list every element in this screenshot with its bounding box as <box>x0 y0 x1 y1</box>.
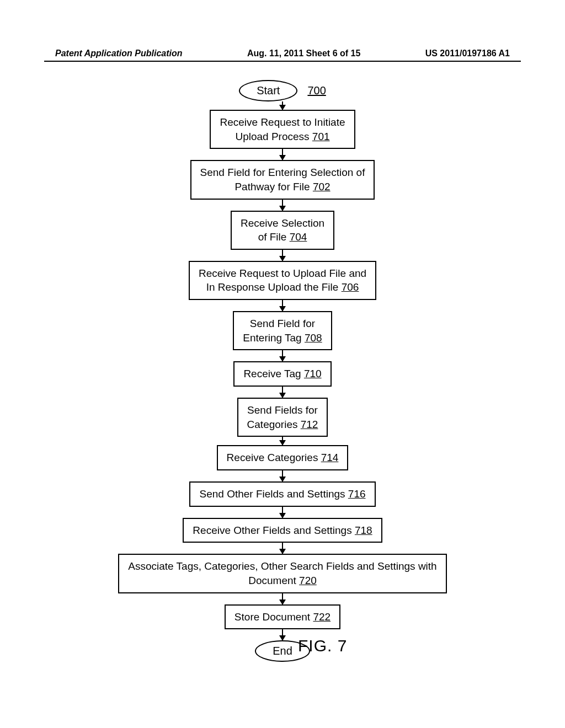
step-ref: 702 <box>313 181 331 192</box>
process-reference: 700 <box>307 84 326 97</box>
step-716: Send Other Fields and Settings 716 <box>189 481 375 507</box>
arrow-icon <box>282 629 283 640</box>
step-ref: 714 <box>321 452 339 463</box>
step-text: Store Document <box>234 611 313 623</box>
step-ref: 720 <box>299 575 317 586</box>
step-ref: 716 <box>348 488 366 500</box>
header-patent-number: US 2011/0197186 A1 <box>425 49 510 58</box>
step-701: Receive Request to InitiateUpload Proces… <box>210 110 355 149</box>
step-718: Receive Other Fields and Settings 718 <box>183 518 382 543</box>
step-706: Receive Request to Upload File andIn Res… <box>189 261 376 300</box>
header-divider <box>44 61 521 62</box>
step-ref: 722 <box>313 611 331 623</box>
arrow-icon <box>282 250 283 261</box>
step-text: Receive Tag <box>243 368 304 379</box>
step-720: Associate Tags, Categories, Other Search… <box>118 554 446 593</box>
arrow-icon <box>282 300 283 311</box>
step-704: Receive Selectionof File 704 <box>231 211 334 250</box>
step-text: Receive Other Fields and Settings <box>193 524 355 536</box>
header-sheet: Aug. 11, 2011 Sheet 6 of 15 <box>247 49 360 58</box>
step-702: Send Field for Entering Selection ofPath… <box>190 160 375 199</box>
step-714: Receive Categories 714 <box>217 445 349 470</box>
step-ref: 706 <box>342 281 359 293</box>
flowchart: Start 700 Receive Request to InitiateUpl… <box>0 80 565 662</box>
arrow-icon <box>282 543 283 554</box>
step-ref: 704 <box>290 231 307 243</box>
page-header: Patent Application Publication Aug. 11, … <box>0 49 565 58</box>
arrow-icon <box>282 200 283 211</box>
step-ref: 701 <box>312 131 330 142</box>
arrow-icon <box>282 470 283 481</box>
step-712: Send Fields forCategories 712 <box>237 398 328 437</box>
start-group: Start 700 <box>239 80 326 101</box>
arrow-icon <box>282 507 283 518</box>
step-text: Send Field for Entering Selection ofPath… <box>200 167 365 192</box>
arrow-icon <box>282 437 283 445</box>
header-publication: Patent Application Publication <box>55 49 183 58</box>
arrow-icon <box>282 387 283 398</box>
start-terminal: Start <box>239 80 297 101</box>
step-text: Send Other Fields and Settings <box>199 488 348 500</box>
step-text: Receive Categories <box>227 452 321 463</box>
arrow-icon <box>282 350 283 361</box>
step-ref: 708 <box>305 332 322 344</box>
step-710: Receive Tag 710 <box>233 361 331 387</box>
arrow-icon <box>282 101 283 110</box>
figure-label: FIG. 7 <box>298 636 347 655</box>
step-ref: 710 <box>304 368 322 379</box>
step-text: Receive Selectionof File <box>241 217 324 243</box>
arrow-icon <box>282 149 283 160</box>
step-ref: 712 <box>301 419 318 430</box>
step-708: Send Field forEntering Tag 708 <box>233 311 332 350</box>
step-ref: 718 <box>355 524 372 536</box>
arrow-icon <box>282 593 283 604</box>
step-text: Associate Tags, Categories, Other Search… <box>128 560 436 586</box>
step-722: Store Document 722 <box>225 604 340 630</box>
